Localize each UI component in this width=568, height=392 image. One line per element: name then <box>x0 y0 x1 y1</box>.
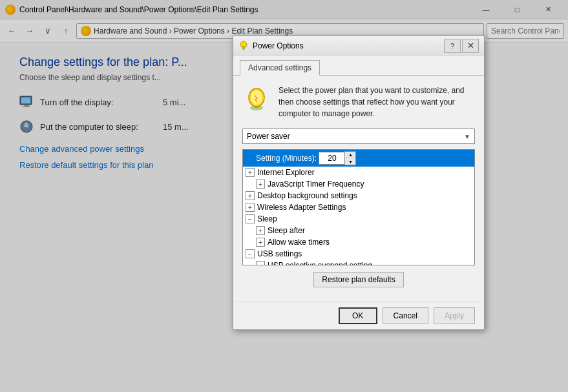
tree-item-internet-explorer[interactable]: + Internet Explorer <box>243 167 474 178</box>
tree-label-sleep-after: Sleep after <box>268 226 305 235</box>
spinner-controls: ▲ ▼ <box>344 151 356 165</box>
dialog-help-button[interactable]: ? <box>444 39 461 53</box>
power-plan-icon <box>242 85 271 113</box>
tree-item-wireless[interactable]: + Wireless Adapter Settings <box>243 201 474 213</box>
apply-button[interactable]: Apply <box>434 307 475 324</box>
dialog-close-button[interactable]: ✕ <box>462 39 479 53</box>
tree-label-wireless: Wireless Adapter Settings <box>257 203 346 212</box>
tab-strip: Advanced settings <box>233 56 484 76</box>
tab-advanced-settings[interactable]: Advanced settings <box>240 60 320 76</box>
restore-plan-defaults-button[interactable]: Restore plan defaults <box>313 272 403 287</box>
ok-button[interactable]: OK <box>339 307 377 324</box>
tree-label-usb: USB settings <box>257 249 302 258</box>
expand-usb-suspend-icon[interactable]: − <box>256 261 265 265</box>
tree-item-sleep-after[interactable]: + Sleep after <box>243 225 474 236</box>
expand-wireless-icon[interactable]: + <box>246 203 255 212</box>
tree-item-selected[interactable]: Setting (Minutes): ▲ ▼ <box>243 150 474 167</box>
spinner-input[interactable] <box>319 152 344 165</box>
svg-rect-6 <box>242 47 245 50</box>
expand-js-timer-icon[interactable]: + <box>256 180 265 189</box>
dialog-actions: OK Cancel Apply <box>233 302 484 329</box>
spinner-up-button[interactable]: ▲ <box>345 152 355 158</box>
dialog-intro: Select the power plan that you want to c… <box>242 85 475 119</box>
tree-label-internet-explorer: Internet Explorer <box>257 168 315 177</box>
spinner-label: Setting (Minutes): <box>256 154 317 163</box>
dialog-controls: ? ✕ <box>444 39 479 53</box>
tree-item-sleep[interactable]: − Sleep <box>243 213 474 225</box>
tree-label-js-timer: JavaScript Timer Frequency <box>268 180 364 189</box>
spinner-down-button[interactable]: ▼ <box>345 158 355 165</box>
dropdown-arrow-icon: ▼ <box>464 133 470 140</box>
dropdown-value: Power saver <box>247 132 290 141</box>
expand-usb-icon[interactable]: − <box>246 249 255 258</box>
intro-text: Select the power plan that you want to c… <box>279 85 475 119</box>
main-window: Control Panel\Hardware and Sound\Power O… <box>0 0 568 392</box>
expand-internet-explorer-icon[interactable]: + <box>246 168 255 177</box>
tree-label-desktop-bg: Desktop background settings <box>257 191 357 200</box>
dialog-icon <box>238 41 249 51</box>
tree-item-usb[interactable]: − USB settings <box>243 248 474 260</box>
tree-item-usb-suspend[interactable]: − USB selective suspend setting <box>243 260 474 265</box>
expand-sleep-after-icon[interactable]: + <box>256 226 265 235</box>
tree-label-sleep: Sleep <box>257 214 277 223</box>
tree-item-js-timer[interactable]: + JavaScript Timer Frequency <box>243 178 474 190</box>
tree-item-desktop-bg[interactable]: + Desktop background settings <box>243 190 474 201</box>
expand-sleep-icon[interactable]: − <box>246 214 255 223</box>
expand-desktop-bg-icon[interactable]: + <box>246 191 255 200</box>
plan-dropdown-row: Power saver ▼ <box>242 129 475 144</box>
tree-label-usb-suspend: USB selective suspend setting <box>268 261 372 265</box>
dialog-titlebar: Power Options ? ✕ <box>233 36 484 56</box>
power-options-dialog: Power Options ? ✕ Advanced settings <box>233 36 485 330</box>
expand-wake-timers-icon[interactable]: + <box>256 238 265 247</box>
plan-dropdown[interactable]: Power saver ▼ <box>242 129 475 144</box>
restore-btn-row: Restore plan defaults <box>242 272 475 287</box>
tree-item-wake-timers[interactable]: + Allow wake timers <box>243 236 474 248</box>
dialog-body: Select the power plan that you want to c… <box>233 76 484 302</box>
cancel-button[interactable]: Cancel <box>383 307 428 324</box>
dialog-title: Power Options <box>253 41 444 50</box>
settings-tree[interactable]: Setting (Minutes): ▲ ▼ + Internet E <box>242 149 475 265</box>
tree-label-wake-timers: Allow wake timers <box>268 238 330 247</box>
